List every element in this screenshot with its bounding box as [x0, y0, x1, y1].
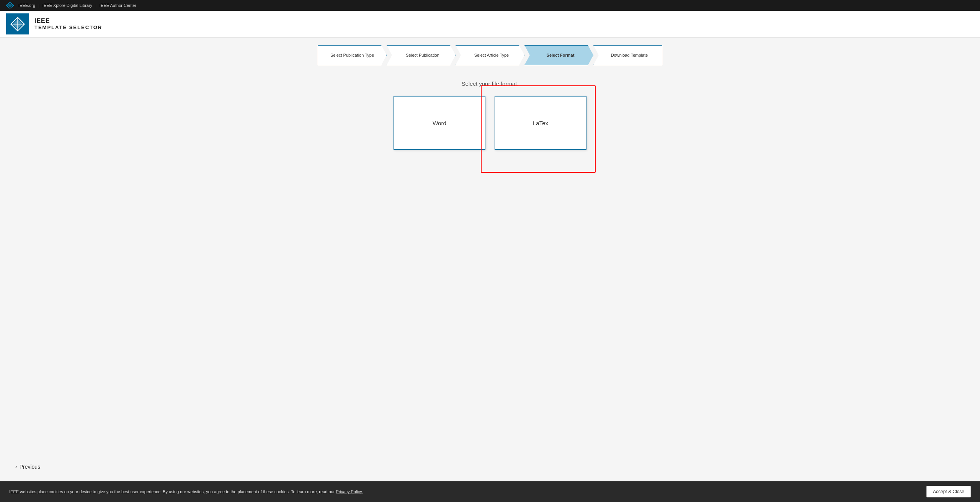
step-publication-type[interactable]: Select Publication Type: [318, 45, 387, 65]
xplore-link[interactable]: IEEE Xplore Digital Library: [42, 3, 92, 8]
format-cards-container: Word LaTex: [394, 96, 586, 150]
word-format-card[interactable]: Word: [394, 96, 485, 150]
author-center-link[interactable]: IEEE Author Center: [100, 3, 136, 8]
latex-format-card[interactable]: LaTex: [495, 96, 586, 150]
main-content: Select Publication Type Select Publicati…: [0, 38, 980, 456]
previous-button[interactable]: ‹ Previous: [15, 464, 40, 470]
step-article-type[interactable]: Select Article Type: [456, 45, 524, 65]
cookie-text: IEEE websites place cookies on your devi…: [9, 489, 363, 494]
step-format[interactable]: Select Format: [524, 45, 593, 65]
select-format-prompt: Select your file format.: [461, 80, 518, 87]
step-download[interactable]: Download Template: [593, 45, 662, 65]
nav-footer: ‹ Previous: [0, 456, 980, 481]
cookie-accept-button[interactable]: Accept & Close: [926, 486, 971, 497]
header-title: IEEE TEMPLATE SELECTOR: [34, 18, 102, 30]
page-header: IEEE TEMPLATE SELECTOR: [0, 11, 980, 38]
steps-container: Select Publication Type Select Publicati…: [318, 45, 662, 65]
ieee-logo-icon: [10, 16, 26, 32]
step-publication[interactable]: Select Publication: [387, 45, 456, 65]
cookie-banner: IEEE websites place cookies on your devi…: [0, 481, 980, 502]
ieee-org-link[interactable]: IEEE.org: [18, 3, 35, 8]
chevron-left-icon: ‹: [15, 464, 17, 470]
top-nav: IEEE.org | IEEE Xplore Digital Library |…: [0, 0, 980, 11]
privacy-policy-link[interactable]: Privacy Policy.: [336, 489, 363, 494]
ieee-logo-small-icon: [5, 2, 15, 9]
content-area: Select your file format. Word LaTex: [15, 77, 965, 448]
ieee-logo-box: [6, 13, 29, 34]
